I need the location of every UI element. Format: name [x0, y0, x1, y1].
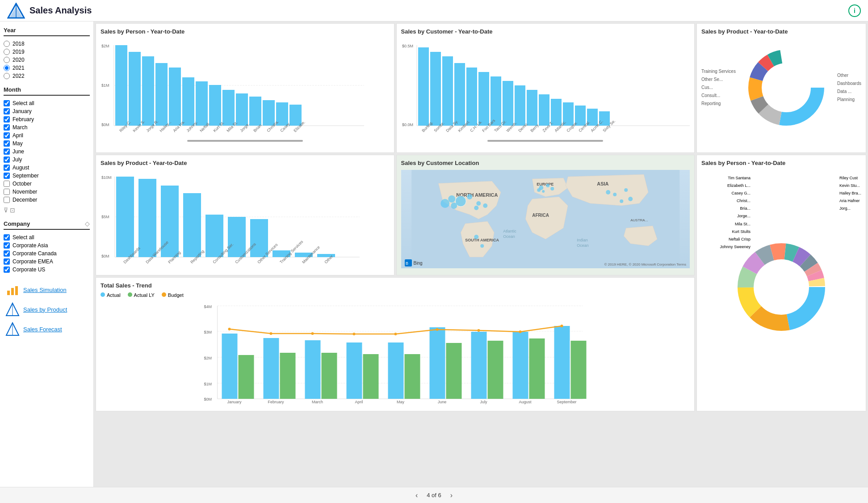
- footer: ‹ 4 of 6 ›: [0, 487, 868, 503]
- svg-rect-174: [305, 340, 321, 399]
- sales-by-product-link[interactable]: Sales by Product: [23, 306, 67, 313]
- svg-rect-173: [264, 338, 279, 399]
- clear-filter-icon[interactable]: ⊡: [10, 207, 15, 214]
- year-filter-section: Year 2018 2019 2020 2021: [4, 27, 90, 80]
- donut-label-cus: Cus...: [701, 84, 736, 92]
- month-september[interactable]: September: [4, 172, 90, 180]
- year-option-2019[interactable]: 2019: [4, 48, 90, 56]
- company-edit-icon[interactable]: ◇: [85, 220, 90, 227]
- svg-point-192: [311, 332, 314, 335]
- sales-by-location-title: Sales by Customer Location: [401, 160, 690, 166]
- month-filter-icons: ⊽ ⊡: [4, 207, 90, 214]
- month-april[interactable]: April: [4, 131, 90, 139]
- svg-rect-188: [529, 338, 545, 399]
- svg-rect-52: [466, 68, 477, 126]
- month-october[interactable]: October: [4, 180, 90, 188]
- svg-rect-99: [228, 217, 246, 257]
- person-label-casey: Casey G...: [701, 190, 751, 197]
- person-label-riley: Riley Cust: [839, 174, 861, 182]
- svg-point-195: [436, 328, 439, 331]
- sales-by-person-donut-card: Sales by Person - Year-to-Date Tim Santa…: [696, 155, 866, 411]
- sales-by-person-donut-title: Sales by Person - Year-to-Date: [701, 160, 861, 166]
- svg-rect-186: [446, 343, 462, 399]
- scroll-indicator-persons[interactable]: [187, 140, 303, 142]
- company-canada[interactable]: Corporate Canada: [4, 249, 90, 258]
- year-option-2018[interactable]: 2018: [4, 40, 90, 48]
- sales-by-product-chart: $10M $5M $0M Dashboards: [101, 170, 390, 268]
- svg-point-131: [483, 203, 487, 208]
- month-select-all[interactable]: Select all: [4, 99, 90, 107]
- info-button[interactable]: i: [848, 4, 861, 17]
- company-emea[interactable]: Corporate EMEA: [4, 258, 90, 266]
- solver-icon-2: [5, 322, 20, 336]
- svg-text:$1M: $1M: [101, 83, 109, 88]
- svg-rect-25: [236, 93, 248, 126]
- svg-text:$10M: $10M: [101, 175, 112, 180]
- svg-text:AFRICA: AFRICA: [532, 213, 549, 218]
- next-page-button[interactable]: ›: [450, 491, 453, 499]
- scroll-indicator-customers[interactable]: [487, 140, 603, 142]
- svg-point-138: [606, 190, 610, 194]
- prev-page-button[interactable]: ‹: [415, 491, 418, 499]
- company-asia[interactable]: Corporate Asia: [4, 241, 90, 249]
- year-option-2022[interactable]: 2022: [4, 72, 90, 80]
- svg-text:January: January: [227, 400, 242, 404]
- page-indicator: 4 of 6: [427, 492, 441, 499]
- person-label-kurt: Kurt Stults: [701, 228, 751, 236]
- bing-logo: B: [405, 259, 412, 266]
- svg-text:ASIA: ASIA: [597, 181, 608, 186]
- month-filter-section: Month Select all January February March …: [4, 86, 90, 214]
- svg-point-137: [537, 188, 541, 192]
- svg-rect-179: [513, 332, 528, 399]
- month-november[interactable]: November: [4, 188, 90, 196]
- nav-sales-by-product[interactable]: Sales by Product: [4, 300, 90, 319]
- svg-rect-100: [250, 219, 268, 257]
- month-march[interactable]: March: [4, 123, 90, 131]
- svg-text:$1M: $1M: [204, 382, 212, 386]
- month-august[interactable]: August: [4, 164, 90, 172]
- svg-point-143: [474, 235, 478, 239]
- company-select-all[interactable]: Select all: [4, 233, 90, 241]
- person-label-hailey: Hailey Bra...: [839, 190, 861, 197]
- month-july[interactable]: July: [4, 156, 90, 164]
- svg-rect-58: [539, 94, 549, 126]
- svg-rect-54: [491, 76, 501, 126]
- filter-icon[interactable]: ⊽: [4, 207, 8, 214]
- svg-rect-185: [405, 354, 420, 399]
- month-february[interactable]: February: [4, 115, 90, 123]
- nav-sales-simulation[interactable]: Sales Simulation: [4, 280, 90, 300]
- sales-by-product-bar-title: Sales by Product - Year-to-Date: [101, 160, 390, 166]
- svg-text:B: B: [406, 261, 408, 266]
- company-us[interactable]: Corporate US: [4, 266, 90, 274]
- svg-text:$2M: $2M: [204, 356, 212, 360]
- svg-point-142: [620, 199, 623, 203]
- svg-text:$0M: $0M: [204, 397, 212, 402]
- svg-rect-20: [169, 68, 181, 126]
- sales-forecast-link[interactable]: Sales Forecast: [23, 326, 62, 333]
- svg-rect-176: [388, 342, 404, 399]
- year-option-2020[interactable]: 2020: [4, 56, 90, 64]
- person-label-johnny: Johnny Sweeney: [701, 243, 751, 251]
- month-december[interactable]: December: [4, 196, 90, 204]
- svg-point-125: [448, 195, 455, 203]
- year-option-2021[interactable]: 2021: [4, 64, 90, 72]
- svg-point-139: [613, 193, 616, 196]
- company-filter-header: Company ◇: [4, 220, 90, 230]
- sales-simulation-link[interactable]: Sales Simulation: [23, 287, 67, 293]
- svg-rect-184: [363, 354, 379, 399]
- svg-text:June: June: [438, 400, 447, 404]
- month-may[interactable]: May: [4, 139, 90, 148]
- svg-text:Indian: Indian: [577, 238, 588, 242]
- sales-by-person-card: Sales by Person - Year-to-Date $2M $1M $…: [96, 23, 394, 153]
- nav-sales-forecast[interactable]: Sales Forecast: [4, 319, 90, 339]
- month-june[interactable]: June: [4, 148, 90, 156]
- month-january[interactable]: January: [4, 107, 90, 115]
- svg-rect-57: [527, 90, 537, 126]
- person-label-mila: Mila St...: [701, 220, 751, 228]
- svg-rect-189: [571, 341, 587, 399]
- svg-rect-172: [222, 334, 238, 399]
- svg-rect-27: [263, 100, 275, 126]
- person-label-christ: Christ...: [701, 197, 751, 205]
- svg-text:July: July: [480, 400, 487, 404]
- svg-rect-24: [222, 90, 235, 126]
